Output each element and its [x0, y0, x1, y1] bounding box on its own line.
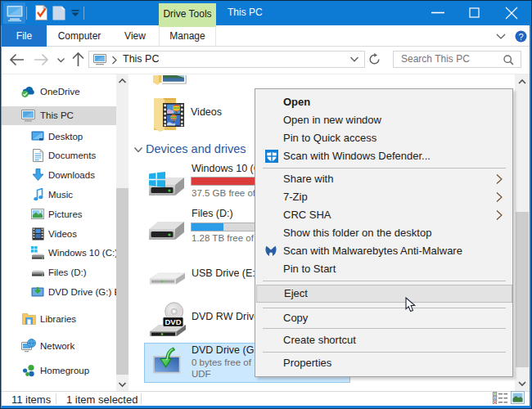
svg-text:?: ?	[518, 32, 523, 42]
svg-text:DVD: DVD	[165, 317, 181, 326]
